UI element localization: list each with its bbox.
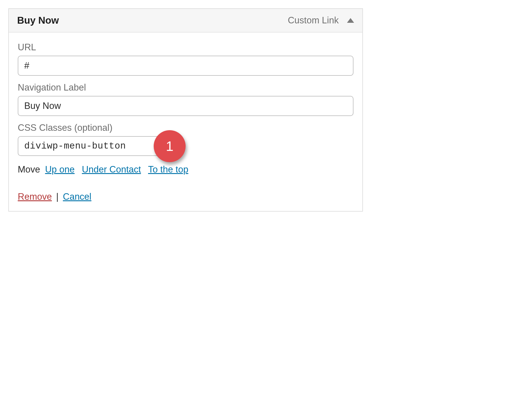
cancel-link[interactable]: Cancel [63,191,92,202]
navigation-label-field: Navigation Label [18,82,353,116]
callout-badge-1: 1 [154,130,186,162]
move-up-one-link[interactable]: Up one [45,164,74,175]
css-classes-field-label: CSS Classes (optional) [18,123,353,133]
menu-item-header-right: Custom Link [288,15,354,26]
url-field-label: URL [18,42,353,53]
url-field: URL [18,42,353,76]
navigation-label-input[interactable] [18,96,353,116]
menu-item-panel-body: URL Navigation Label CSS Classes (option… [9,33,362,211]
move-under-contact-link[interactable]: Under Contact [82,164,141,175]
actions-row: Remove | Cancel [18,191,353,202]
url-input[interactable] [18,56,353,76]
menu-item-title: Buy Now [17,15,59,26]
move-row: Move Up one Under Contact To the top [18,164,353,175]
menu-item-type: Custom Link [288,15,339,26]
actions-separator: | [56,191,59,202]
css-classes-input[interactable] [18,136,167,156]
menu-item-panel-header[interactable]: Buy Now Custom Link [9,9,362,33]
menu-item-panel: Buy Now Custom Link URL Navigation Label… [8,8,363,212]
collapse-up-icon[interactable] [347,18,354,23]
move-label: Move [18,164,40,175]
callout-badge-number: 1 [166,138,173,154]
move-to-the-top-link[interactable]: To the top [148,164,188,175]
remove-link[interactable]: Remove [18,191,52,202]
css-classes-input-wrap: 1 [18,136,167,156]
navigation-label-field-label: Navigation Label [18,82,353,93]
css-classes-field: CSS Classes (optional) 1 [18,123,353,156]
